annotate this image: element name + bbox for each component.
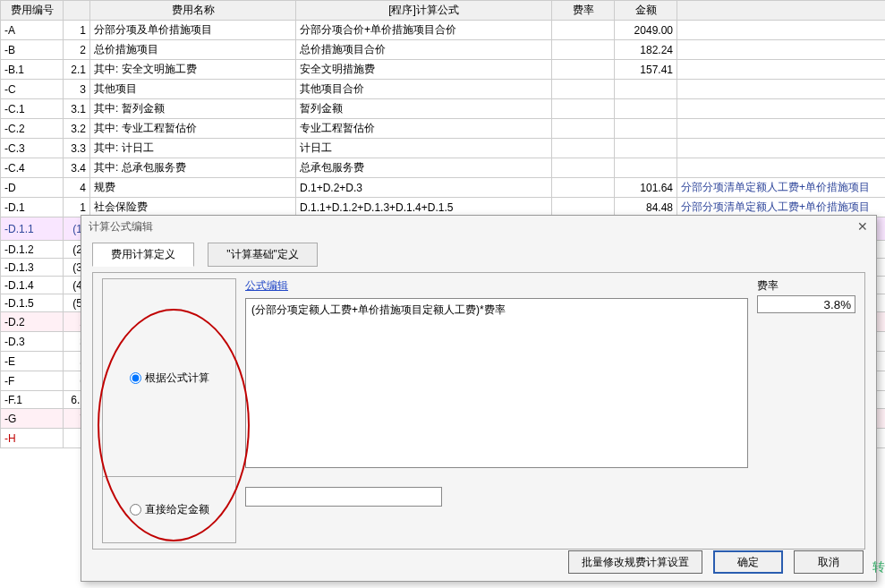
cell-formula[interactable]: 其他项目合价 <box>296 80 552 99</box>
cell-name[interactable]: 其他项目 <box>90 80 296 99</box>
table-row[interactable]: -C3其他项目其他项目合价 <box>1 80 886 99</box>
dialog-titlebar[interactable]: 计算公式编辑 ✕ <box>81 216 876 239</box>
table-row[interactable]: -D4规费D.1+D.2+D.3101.64分部分项清单定额人工费+单价措施项目 <box>1 178 886 198</box>
cell-name[interactable]: 其中: 安全文明施工费 <box>90 60 296 80</box>
cell-name[interactable]: 其中: 总承包服务费 <box>90 158 296 178</box>
cell-num[interactable]: 3 <box>64 80 90 99</box>
cell-rate[interactable] <box>552 60 615 80</box>
cell-code[interactable]: -D.1.1 <box>1 217 64 241</box>
tab-fee-calc-def[interactable]: 费用计算定义 <box>92 243 194 267</box>
cell-formula[interactable]: 安全文明措施费 <box>296 60 552 80</box>
cell-amount[interactable] <box>615 99 677 119</box>
cell-code[interactable]: -D.1.2 <box>1 241 64 259</box>
cell-remark[interactable] <box>677 139 886 158</box>
cancel-button[interactable]: 取消 <box>794 550 864 574</box>
cell-rate[interactable] <box>552 40 615 60</box>
cell-code[interactable]: -C.1 <box>1 99 64 119</box>
batch-modify-button[interactable]: 批量修改规费计算设置 <box>568 550 702 574</box>
cell-code[interactable]: -D.2 <box>1 312 64 332</box>
cell-code[interactable]: -C.3 <box>1 139 64 158</box>
cell-remark[interactable] <box>677 40 886 60</box>
cell-code[interactable]: -C.4 <box>1 158 64 178</box>
cell-rate[interactable] <box>552 99 615 119</box>
cell-num[interactable]: 3.3 <box>64 139 90 158</box>
cell-name[interactable]: 其中: 专业工程暂估价 <box>90 119 296 139</box>
cell-num[interactable]: 4 <box>64 178 90 198</box>
cell-formula[interactable]: D.1+D.2+D.3 <box>296 178 552 198</box>
cell-amount[interactable] <box>615 158 677 178</box>
cell-name[interactable]: 总价措施项目 <box>90 40 296 60</box>
cell-code[interactable]: -B <box>1 40 64 60</box>
cell-code[interactable]: -F.1 <box>1 391 64 409</box>
cell-num[interactable]: 3.2 <box>64 119 90 139</box>
cell-amount[interactable] <box>615 139 677 158</box>
cell-remark[interactable] <box>677 158 886 178</box>
cell-amount[interactable]: 157.41 <box>615 60 677 80</box>
cell-code[interactable]: -D.1.5 <box>1 294 64 312</box>
cell-code[interactable]: -H <box>1 429 64 448</box>
direct-amount-input[interactable] <box>245 487 442 507</box>
cell-code[interactable]: -B.1 <box>1 60 64 80</box>
cell-amount[interactable]: 182.24 <box>615 40 677 60</box>
cell-amount[interactable]: 2049.00 <box>615 21 677 40</box>
radio-by-formula-input[interactable] <box>130 372 141 384</box>
cell-num[interactable]: 2 <box>64 40 90 60</box>
cell-code[interactable]: -D.1.3 <box>1 259 64 277</box>
cell-remark[interactable] <box>677 21 886 40</box>
cell-remark[interactable] <box>677 60 886 80</box>
cell-amount[interactable] <box>615 119 677 139</box>
table-row[interactable]: -C.13.1其中: 暂列金额暂列金额 <box>1 99 886 119</box>
cell-formula[interactable]: 总价措施项目合价 <box>296 40 552 60</box>
radio-by-formula[interactable]: 根据公式计算 <box>130 371 209 386</box>
rate-input[interactable] <box>757 295 855 313</box>
cell-code[interactable]: -D <box>1 178 64 198</box>
table-row[interactable]: -C.33.3其中: 计日工计日工 <box>1 139 886 158</box>
cell-rate[interactable] <box>552 21 615 40</box>
cell-rate[interactable] <box>552 139 615 158</box>
cell-num[interactable]: 3.4 <box>64 158 90 178</box>
radio-direct-amount-input[interactable] <box>130 504 141 516</box>
cell-code[interactable]: -G <box>1 409 64 429</box>
table-row[interactable]: -A1分部分项及单价措施项目分部分项合价+单价措施项目合价2049.00 <box>1 21 886 40</box>
cell-remark[interactable] <box>677 119 886 139</box>
cell-code[interactable]: -E <box>1 352 64 371</box>
radio-direct-amount[interactable]: 直接给定金额 <box>130 502 209 517</box>
cell-formula[interactable]: 分部分项合价+单价措施项目合价 <box>296 21 552 40</box>
close-icon[interactable]: ✕ <box>855 219 871 235</box>
cell-code[interactable]: -F <box>1 371 64 391</box>
cell-remark[interactable] <box>677 80 886 99</box>
cell-remark[interactable]: 分部分项清单定额人工费+单价措施项目 <box>677 178 886 198</box>
cell-code[interactable]: -D.1 <box>1 198 64 217</box>
cell-num[interactable]: 3.1 <box>64 99 90 119</box>
cell-rate[interactable] <box>552 178 615 198</box>
cell-formula[interactable]: 总承包服务费 <box>296 158 552 178</box>
formula-edit-link[interactable]: 公式编辑 <box>245 279 288 292</box>
table-row[interactable]: -C.43.4其中: 总承包服务费总承包服务费 <box>1 158 886 178</box>
cell-amount[interactable]: 101.64 <box>615 178 677 198</box>
tab-calc-basis-def[interactable]: "计算基础"定义 <box>208 243 318 267</box>
cell-formula[interactable]: 暂列金额 <box>296 99 552 119</box>
cell-code[interactable]: -C <box>1 80 64 99</box>
formula-textarea[interactable] <box>245 298 748 468</box>
cell-code[interactable]: -D.3 <box>1 332 64 352</box>
cell-rate[interactable] <box>552 80 615 99</box>
cell-rate[interactable] <box>552 158 615 178</box>
cell-formula[interactable]: 计日工 <box>296 139 552 158</box>
cell-name[interactable]: 其中: 暂列金额 <box>90 99 296 119</box>
cell-name[interactable]: 规费 <box>90 178 296 198</box>
cell-name[interactable]: 分部分项及单价措施项目 <box>90 21 296 40</box>
cell-formula[interactable]: 专业工程暂估价 <box>296 119 552 139</box>
cell-remark[interactable] <box>677 99 886 119</box>
ok-button[interactable]: 确定 <box>713 550 783 574</box>
table-row[interactable]: -B.12.1其中: 安全文明施工费安全文明措施费157.41 <box>1 60 886 80</box>
cell-code[interactable]: -A <box>1 21 64 40</box>
cell-amount[interactable] <box>615 80 677 99</box>
cell-code[interactable]: -C.2 <box>1 119 64 139</box>
cell-num[interactable]: 2.1 <box>64 60 90 80</box>
table-row[interactable]: -B2总价措施项目总价措施项目合价182.24 <box>1 40 886 60</box>
table-row[interactable]: -C.23.2其中: 专业工程暂估价专业工程暂估价 <box>1 119 886 139</box>
cell-rate[interactable] <box>552 119 615 139</box>
cell-name[interactable]: 其中: 计日工 <box>90 139 296 158</box>
cell-num[interactable]: 1 <box>64 21 90 40</box>
cell-code[interactable]: -D.1.4 <box>1 277 64 294</box>
